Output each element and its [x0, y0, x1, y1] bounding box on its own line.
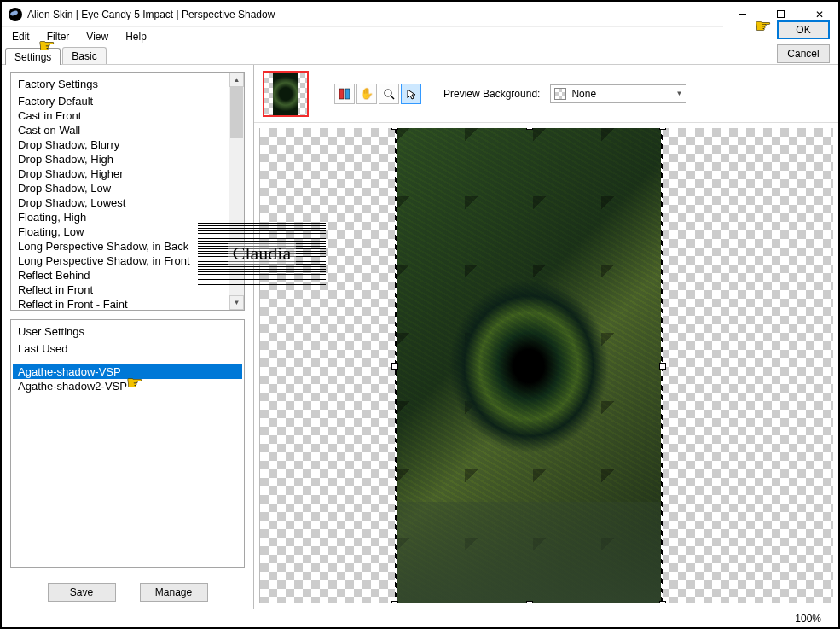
preview-canvas[interactable] [259, 128, 833, 603]
tab-basic[interactable]: Basic [62, 47, 106, 64]
list-item[interactable]: Cast on Wall [13, 123, 228, 137]
selection-handle[interactable] [391, 128, 398, 130]
list-item[interactable]: Long Perspective Shadow, in Front [13, 253, 228, 268]
preview-background-value: None [571, 88, 596, 100]
scroll-down-icon[interactable]: ▼ [229, 295, 244, 310]
selection-handle[interactable] [391, 601, 398, 603]
factory-list-inner: Factory Settings Factory Default Cast in… [11, 73, 229, 310]
user-settings-list[interactable]: User Settings Last Used Agathe-shadow-VS… [10, 319, 245, 568]
annotation-pointer-filter [38, 40, 61, 55]
menu-help[interactable]: Help [117, 28, 155, 45]
zoom-tool-icon[interactable] [379, 84, 399, 104]
selection-handle[interactable] [391, 363, 398, 370]
selection-marquee [395, 128, 663, 603]
selection-handle[interactable] [659, 363, 666, 370]
hand-pointer-icon [38, 40, 61, 55]
manage-button[interactable]: Manage [140, 583, 208, 602]
list-item[interactable]: Factory Default [13, 94, 228, 108]
app-icon [9, 8, 22, 21]
annotation-pointer-ok [755, 20, 777, 36]
window-title: Alien Skin | Eye Candy 5 Impact | Perspe… [27, 9, 275, 20]
chevron-down-icon: ▼ [675, 90, 682, 97]
selection-handle[interactable] [659, 128, 666, 130]
last-used-item[interactable]: Last Used [13, 341, 242, 356]
svg-line-3 [391, 96, 394, 99]
preview-toolbar: ✋ Preview Background: None ▼ [254, 65, 838, 123]
annotation-pointer-preset [126, 377, 148, 393]
cancel-button[interactable]: Cancel [777, 44, 830, 63]
list-item[interactable]: Drop Shadow, Lowest [13, 195, 228, 210]
minimize-icon [739, 14, 746, 15]
svg-rect-0 [339, 89, 344, 99]
menu-edit[interactable]: Edit [3, 28, 38, 45]
list-item[interactable]: Reflect Behind [13, 268, 228, 282]
ok-button[interactable]: OK [777, 20, 830, 39]
watermark-overlay: Claudia [198, 222, 326, 285]
hand-pointer-icon [755, 20, 777, 36]
user-list-inner: User Settings Last Used Agathe-shadow-VS… [11, 320, 244, 567]
list-item[interactable]: Drop Shadow, Blurry [13, 137, 228, 152]
pointer-tool-icon[interactable] [401, 84, 421, 104]
list-item[interactable]: Floating, Low [13, 224, 228, 239]
close-icon [815, 9, 824, 20]
ok-cancel-group: OK Cancel [777, 20, 830, 63]
scroll-thumb[interactable] [230, 87, 243, 138]
list-item[interactable]: Floating, High [13, 210, 228, 224]
preview-background-select[interactable]: None ▼ [550, 84, 686, 103]
watermark-text: Claudia [228, 242, 296, 265]
list-item[interactable]: Drop Shadow, High [13, 152, 228, 166]
scroll-up-icon[interactable]: ▲ [229, 73, 244, 87]
save-button[interactable]: Save [48, 583, 116, 602]
settings-buttons: Save Manage [10, 576, 245, 602]
zoom-level: 100% [795, 613, 821, 625]
list-item[interactable]: Cast in Front [13, 108, 228, 123]
preview-thumbnail[interactable] [263, 71, 309, 117]
selection-handle[interactable] [526, 128, 533, 130]
thumbnail-image [273, 73, 298, 115]
tabs-bar: Settings Basic OK Cancel [2, 46, 838, 65]
menu-view[interactable]: View [78, 28, 117, 45]
transparency-swatch-icon [554, 88, 566, 100]
list-item[interactable]: Reflect in Front [13, 282, 228, 297]
hand-pointer-icon [126, 377, 148, 393]
maximize-icon [777, 10, 785, 18]
split-preview-icon[interactable] [334, 84, 355, 104]
list-item[interactable]: Reflect in Front - Faint [13, 297, 228, 310]
status-bar: 100% [2, 609, 838, 627]
hand-tool-icon[interactable]: ✋ [356, 84, 377, 104]
selection-handle[interactable] [659, 601, 666, 603]
content-area: Factory Settings Factory Default Cast in… [2, 65, 838, 609]
preview-pane: ✋ Preview Background: None ▼ [254, 65, 838, 609]
list-item[interactable]: Long Perspective Shadow, in Back [13, 239, 228, 253]
settings-pane: Factory Settings Factory Default Cast in… [2, 65, 254, 609]
preview-background-label: Preview Background: [443, 88, 540, 100]
svg-rect-1 [345, 89, 350, 99]
user-settings-header: User Settings [13, 322, 242, 341]
title-bar: Alien Skin | Eye Candy 5 Impact | Perspe… [2, 2, 838, 27]
list-item[interactable]: Drop Shadow, Low [13, 181, 228, 195]
svg-point-2 [385, 90, 391, 96]
menu-bar: Edit Filter View Help [2, 27, 838, 46]
selection-handle[interactable] [526, 601, 533, 603]
list-item[interactable]: Drop Shadow, Higher [13, 166, 228, 181]
factory-settings-header: Factory Settings [13, 74, 228, 94]
tool-icons: ✋ [334, 84, 421, 104]
